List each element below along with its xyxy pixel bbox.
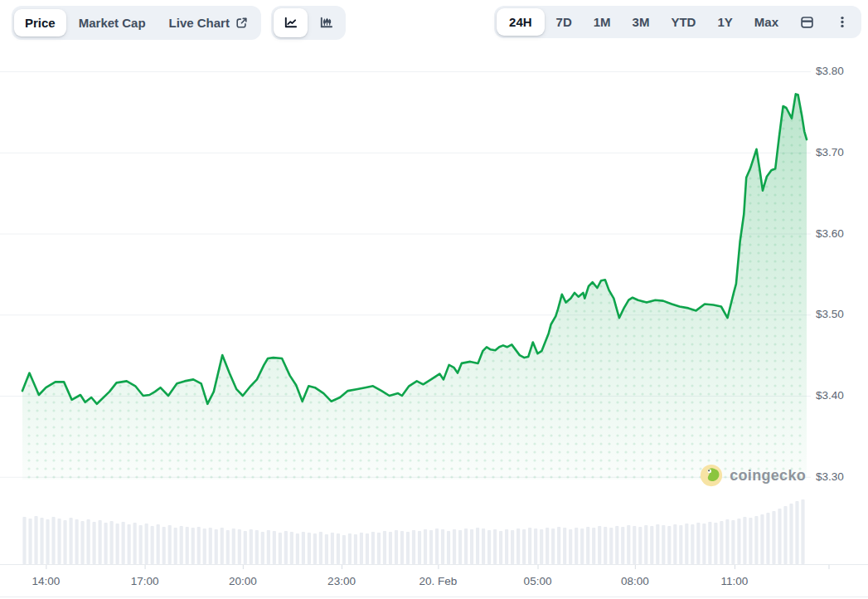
x-tick-label: 11:00 [721, 575, 749, 587]
button-label: Price [25, 16, 56, 30]
button-label: Live Chart [169, 16, 230, 30]
tab-live-chart[interactable]: Live Chart [158, 9, 259, 37]
calendar-icon [800, 15, 814, 29]
toolbar-left: PriceMarket CapLive Chart [12, 6, 346, 40]
kebab-menu-icon [836, 15, 849, 29]
y-tick-label: $3.30 [816, 470, 844, 484]
x-tick-label: 20:00 [229, 575, 257, 587]
x-tick-label: 17:00 [131, 575, 159, 587]
button-label: 7D [556, 15, 572, 29]
toolbar-action-calendar-icon[interactable] [790, 8, 824, 36]
x-tick-label: 14:00 [32, 575, 60, 587]
button-label: 1M [594, 15, 611, 29]
coingecko-watermark: coingecko [699, 463, 806, 488]
chart-toolbar: PriceMarket CapLive Chart 24H7D1M3MYTD1Y… [12, 6, 861, 40]
tab-market-cap[interactable]: Market Cap [68, 9, 157, 37]
view-tab-group: PriceMarket CapLive Chart [12, 6, 261, 40]
button-label: 1Y [717, 15, 732, 29]
chart-type-line-chart-icon[interactable] [274, 8, 308, 37]
chart-type-group [271, 6, 346, 40]
external-link-icon [235, 17, 248, 29]
toolbar-action-kebab-menu-icon[interactable] [826, 8, 859, 36]
price-chart-canvas[interactable] [0, 0, 868, 599]
range-1y[interactable]: 1Y [707, 8, 742, 36]
button-label: YTD [671, 15, 696, 29]
button-label: Max [754, 15, 778, 29]
range-ytd[interactable]: YTD [661, 8, 706, 36]
button-label: Market Cap [79, 16, 146, 30]
range-3m[interactable]: 3M [623, 8, 660, 36]
range-24h[interactable]: 24H [497, 8, 545, 36]
line-chart-icon [283, 15, 298, 31]
y-tick-label: $3.80 [816, 65, 844, 78]
x-tick-label: 20. Feb [419, 575, 457, 587]
button-label: 3M [633, 15, 650, 29]
coingecko-logo-icon [699, 463, 724, 488]
range-7d[interactable]: 7D [546, 8, 582, 36]
chart-type-candlestick-chart-icon[interactable] [309, 8, 343, 37]
y-tick-label: $3.40 [816, 389, 844, 402]
y-tick-label: $3.50 [816, 308, 844, 321]
range-max[interactable]: Max [744, 8, 788, 36]
button-label: 24H [509, 15, 532, 29]
y-tick-label: $3.60 [816, 227, 844, 241]
watermark-text: coingecko [730, 467, 806, 485]
x-tick-label: 23:00 [327, 575, 356, 587]
x-tick-label: 08:00 [621, 575, 649, 587]
candlestick-chart-icon [318, 15, 334, 31]
range-1m[interactable]: 1M [584, 8, 621, 36]
x-tick-label: 05:00 [524, 575, 552, 587]
tab-price[interactable]: Price [14, 9, 66, 37]
y-tick-label: $3.70 [816, 146, 844, 159]
time-range-group: 24H7D1M3MYTD1YMax [494, 6, 861, 38]
